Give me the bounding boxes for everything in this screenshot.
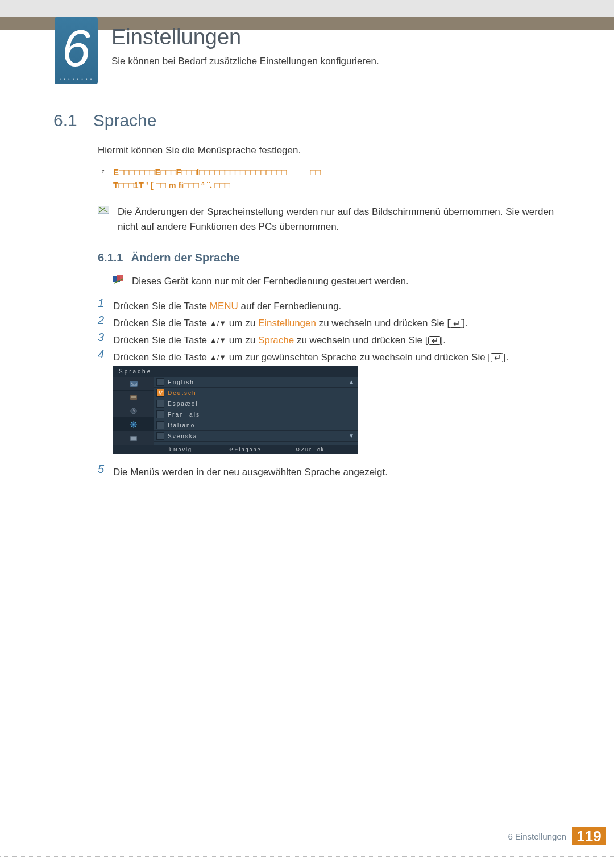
warn-line-2: T□□□1T ' [ □□ m fi□□□ ª ¨. □□□: [113, 179, 561, 192]
warn-line-1: E□□□□□□□E□□□F□□□I□□□□□□□□□□□□□□□□□ □□: [113, 166, 561, 179]
section-number: 6.1: [53, 111, 77, 130]
svg-rect-14: [131, 437, 136, 440]
osd-sidebar: [113, 377, 154, 445]
bullet-marker: z: [101, 168, 105, 175]
osd-lang-francais: Fran ais: [154, 409, 358, 420]
page-subtitle: Sie können bei Bedarf zusätzliche Einste…: [111, 56, 379, 67]
step-5: Die Menüs werden in der neu ausgewählten…: [113, 465, 561, 480]
svg-rect-5: [491, 354, 503, 362]
step-number-4: 4: [98, 348, 104, 361]
footer-chapter-label: 6 Einstellungen: [508, 832, 566, 841]
chapter-number: 6: [55, 17, 98, 80]
svg-rect-9: [131, 396, 136, 398]
page-title: Einstellungen: [111, 25, 241, 49]
subsection-title: Ändern der Sprache: [131, 251, 239, 264]
chapter-badge: 6 • • • • • • • •: [55, 17, 98, 84]
osd-sidebar-clock-icon: [113, 404, 154, 418]
osd-lang-svenska: Svenska▼: [154, 431, 358, 442]
subsection-note: Dieses Gerät kann nur mit der Fernbedien…: [132, 274, 561, 289]
osd-body: English▲ VDeutsch Espaæol Fran ais Itali…: [113, 377, 358, 445]
osd-back-hint: ↺Zur ck: [296, 447, 325, 452]
page-footer: 6 Einstellungen 119: [508, 827, 614, 845]
osd-sidebar-picture-icon: [113, 377, 154, 391]
svg-point-12: [133, 423, 135, 425]
step-number-3: 3: [98, 331, 104, 344]
up-down-icon: ▲/▼: [210, 353, 226, 362]
osd-sidebar-sound-icon: [113, 391, 154, 404]
section-intro: Hiermit können Sie die Menüsprache festl…: [98, 144, 561, 158]
step-2: Drücken Sie die Taste ▲/▼ um zu Einstell…: [113, 316, 561, 333]
scroll-up-icon: ▲: [349, 379, 354, 385]
step-number-2: 2: [98, 314, 104, 327]
osd-footer: ⇕Navig. ↵Eingabe ↺Zur ck: [113, 445, 358, 454]
step-4: Drücken Sie die Taste ▲/▼ um zur gewünsc…: [113, 350, 561, 367]
svg-rect-3: [450, 319, 462, 328]
svg-rect-4: [428, 337, 440, 345]
step-1: Drücken Sie die Taste MENU auf der Fernb…: [113, 299, 561, 314]
svg-point-7: [131, 382, 133, 384]
chapter-dots: • • • • • • • •: [55, 77, 98, 81]
top-bar: [0, 0, 614, 17]
osd-enter-hint: ↵Eingabe: [229, 447, 262, 452]
osd-lang-italiano: Italiano: [154, 420, 358, 431]
enter-icon: [491, 352, 503, 367]
step-3: Drücken Sie die Taste ▲/▼ um zu Sprache …: [113, 333, 561, 350]
step-number-1: 1: [98, 297, 104, 310]
subsection-number: 6.1.1: [98, 251, 123, 264]
osd-lang-deutsch: VDeutsch: [154, 388, 358, 398]
osd-lang-english: English▲: [154, 377, 358, 388]
section-note: Die Änderungen der Spracheinstellung wer…: [118, 205, 561, 234]
note-icon: [113, 275, 125, 284]
subsection-heading: 6.1.1Ändern der Sprache: [98, 251, 240, 264]
osd-menu-screenshot: Sprache English▲ VDeutsch Espaæol Fran a…: [113, 366, 358, 454]
footer-divider: [0, 856, 614, 857]
up-down-icon: ▲/▼: [210, 319, 226, 327]
language-link: Sprache: [258, 335, 294, 346]
osd-lang-espanol: Espaæol: [154, 398, 358, 409]
osd-sidebar-settings-icon: [113, 418, 154, 431]
page-number: 119: [572, 827, 606, 845]
section-title: Sprache: [93, 111, 157, 130]
enter-icon: [428, 335, 441, 350]
scroll-down-icon: ▼: [349, 433, 354, 439]
osd-title: Sprache: [113, 366, 358, 377]
osd-language-list: English▲ VDeutsch Espaæol Fran ais Itali…: [154, 377, 358, 445]
menu-key: MENU: [210, 301, 238, 312]
checkmark-icon: V: [156, 389, 164, 397]
enter-icon: [450, 318, 462, 333]
osd-nav-hint: ⇕Navig.: [168, 447, 195, 452]
settings-link: Einstellungen: [258, 318, 316, 329]
note-icon: [98, 206, 109, 215]
step-number-5: 5: [98, 463, 104, 476]
osd-sidebar-multi-icon: [113, 431, 154, 445]
up-down-icon: ▲/▼: [210, 336, 226, 344]
section-heading: 6.1Sprache: [53, 111, 156, 130]
warning-block: E□□□□□□□E□□□F□□□I□□□□□□□□□□□□□□□□□ □□ T□…: [113, 166, 561, 192]
